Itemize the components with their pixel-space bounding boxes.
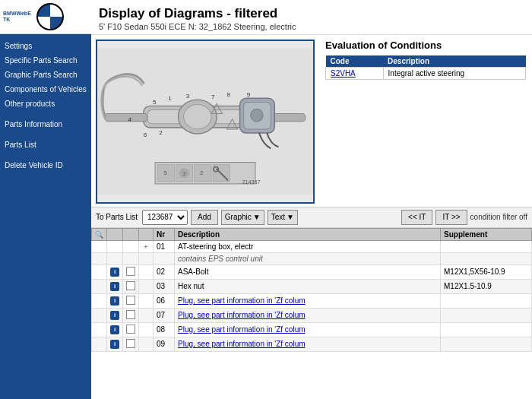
info-icon[interactable]: i [110,325,119,334]
row-info-icon[interactable]: i [107,322,123,337]
part-info-link[interactable]: Plug, see part information in 'Zf colum [178,325,306,334]
row-checkbox[interactable] [126,281,135,290]
row-supplement [441,337,532,351]
expand-icon[interactable]: + [142,243,150,251]
part-info-link[interactable]: Plug, see part information in 'Zf colum [178,296,306,305]
parts-list-select[interactable]: 123687 [142,210,188,225]
row-supplement [441,240,532,252]
sidebar-item-settings[interactable]: Settings [0,39,91,53]
text-button[interactable]: Text ▼ [268,210,298,225]
row-search [92,337,107,351]
bmw-roundel [36,3,64,30]
svg-text:5: 5 [163,169,167,176]
row-nr: 07 [154,308,175,322]
part-info-link[interactable]: Plug, see part information in 'Zf colum [178,311,306,319]
diagram-image[interactable]: 5 1 3 7 8 9 6 2 4 ! [96,40,315,204]
row-check[interactable] [123,322,139,337]
svg-text:7: 7 [211,93,215,100]
svg-text:5: 5 [153,99,157,106]
eval-row: S2VHA Integral active steering [326,68,526,80]
row-check[interactable] [123,264,139,279]
page-subtitle: 5' F10 Sedan 550i ECE N: 32_1862 Steerin… [99,22,524,31]
svg-point-6 [184,104,212,128]
row-plus [139,279,154,293]
col-plus [139,228,154,240]
prev-it-button[interactable]: << IT [401,210,432,225]
row-description: AT-steering box, electr [175,240,441,252]
content-area: 5 1 3 7 8 9 6 2 4 ! [91,35,532,207]
row-checkbox[interactable] [126,310,135,319]
svg-point-9 [251,109,263,122]
info-icon[interactable]: i [110,340,119,349]
next-it-button[interactable]: IT >> [435,210,467,225]
sub-description: contains EPS control unit [175,252,441,264]
search-icon: 🔍 [95,231,103,239]
row-info-icon[interactable]: i [107,293,123,308]
sub-supplement [441,252,532,264]
info-icon[interactable]: i [110,296,119,306]
table-row: i 03 Hex nut M12X1.5-10.9 [92,279,532,293]
row-checkbox[interactable] [126,296,135,305]
row-check[interactable] [123,308,139,322]
row-description[interactable]: Plug, see part information in 'Zf colum [175,308,441,322]
sidebar-item-components-of-vehicles[interactable]: Components of Vehicles [0,82,91,97]
page-title: Display of Diagrams - filtered [99,6,524,21]
table-sub-row: contains EPS control unit [92,252,532,264]
col-check [123,228,139,240]
svg-text:214367: 214367 [242,179,261,185]
condition-filter-text: condition filter off [470,213,527,221]
row-description: Hex nut [175,279,441,293]
evaluation-table: Code Description S2VHA Integral active s… [325,55,526,80]
eval-code-cell[interactable]: S2VHA [326,68,384,80]
row-description[interactable]: Plug, see part information in 'Zf colum [175,322,441,337]
row-check[interactable] [123,279,139,293]
eval-desc-cell: Integral active steering [383,68,525,80]
bmw-etk-logo: BMWWebETK [3,11,33,22]
row-checkbox[interactable] [126,325,135,334]
row-checkbox[interactable] [126,339,135,348]
sidebar-item-parts-information[interactable]: Parts Information [0,117,91,131]
row-plus [139,293,154,308]
row-nr: 08 [154,322,175,337]
add-button[interactable]: Add [191,210,218,225]
svg-text:3: 3 [186,93,190,100]
graphic-label: Graphic [225,213,252,221]
eval-col-description: Description [383,55,525,68]
row-nr: 09 [154,337,175,351]
graphic-button[interactable]: Graphic ▼ [221,210,264,225]
text-label: Text [271,213,285,221]
toolbar-row: To Parts List 123687 Add Graphic ▼ Text … [91,207,532,228]
svg-text:1: 1 [168,95,172,102]
row-description[interactable]: Plug, see part information in 'Zf colum [175,337,441,351]
sidebar-item-delete-vehicle-id[interactable]: Delete Vehicle ID [0,158,91,173]
sidebar-item-specific-parts-search[interactable]: Specific Parts Search [0,53,91,68]
row-nr: 06 [154,293,175,308]
row-description[interactable]: Plug, see part information in 'Zf colum [175,293,441,308]
info-icon[interactable]: i [110,268,119,277]
text-dropdown-icon: ▼ [287,213,294,221]
row-info-icon[interactable]: i [107,264,123,279]
svg-text:6: 6 [144,131,147,138]
row-plus [139,308,154,322]
row-info-icon[interactable]: i [107,308,123,322]
sidebar-item-graphic-parts-search[interactable]: Graphic Parts Search [0,68,91,82]
row-info-icon[interactable]: i [107,337,123,351]
row-checkbox[interactable] [126,267,135,276]
row-search [92,322,107,337]
row-plus[interactable]: + [139,240,154,252]
row-check[interactable] [123,293,139,308]
info-icon[interactable]: i [110,311,119,320]
info-icon[interactable]: i [110,282,119,291]
col-search: 🔍 [92,228,107,240]
sub-plus [139,252,154,264]
evaluation-title: Evaluation of Conditions [325,40,526,51]
row-supplement [441,322,532,337]
sidebar-item-other-products[interactable]: Other products [0,97,91,111]
part-info-link[interactable]: Plug, see part information in 'Zf colum [178,340,306,348]
svg-text:2: 2 [159,129,163,136]
row-search [92,279,107,293]
row-check[interactable] [123,337,139,351]
sidebar-item-parts-list[interactable]: Parts List [0,138,91,152]
row-info-icon[interactable]: i [107,279,123,293]
sidebar-nav: Settings Specific Parts Search Graphic P… [0,34,91,399]
